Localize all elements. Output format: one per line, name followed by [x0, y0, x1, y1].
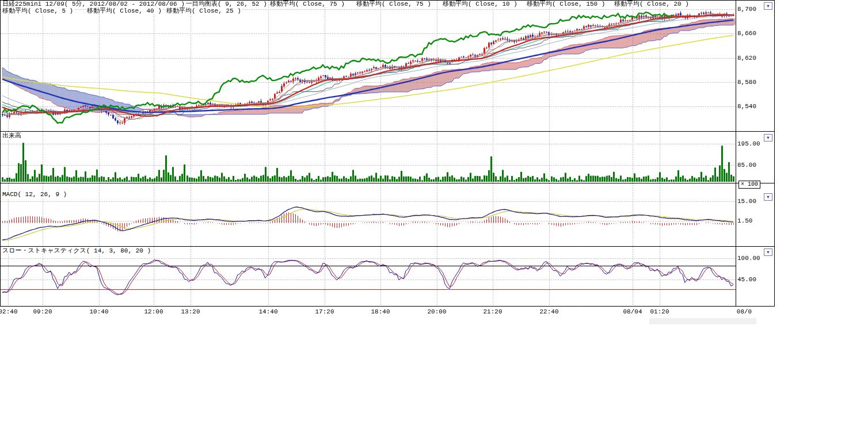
- stoch-axis-label: 45.00: [737, 276, 756, 283]
- stoch-panel-dropdown-button[interactable]: ▼: [764, 248, 772, 256]
- legend-item: 移動平均( Close, 20 ): [614, 1, 690, 7]
- stoch-axis-label: 100.00: [737, 255, 760, 262]
- legend-item: 移動平均( Close, 75 ): [356, 1, 432, 7]
- macd-axis-label: 1.50: [737, 217, 752, 224]
- macd-panel-dropdown-button[interactable]: ▼: [764, 193, 772, 201]
- price-axis-label: 8,660: [737, 30, 756, 37]
- time-tick-label: 14:40: [256, 308, 281, 315]
- price-axis-label: 8,540: [737, 103, 756, 110]
- time-tick-label: 20:00: [424, 308, 450, 315]
- time-tick-label: 22:40: [536, 308, 562, 315]
- time-tick-label: 18:40: [368, 308, 393, 315]
- legend-item: 日経225mini 12/09( 5分, 2012/08/02 - 2012/0…: [2, 1, 185, 7]
- time-tick-label: 01:20: [647, 308, 672, 315]
- legend-item: 移動平均( Close, 25 ): [166, 7, 242, 14]
- volume-panel-dropdown-button[interactable]: ▼: [764, 134, 772, 141]
- time-tick-label: 17:20: [312, 308, 337, 315]
- chart-window: 出来高 MACD( 12, 26, 9 ) スロー・ストキャスティクス( 14,…: [0, 0, 868, 421]
- legend-item: 移動平均( Close, 75 ): [269, 1, 345, 7]
- time-tick-label: 10:40: [86, 308, 112, 315]
- price-axis-label: 8,580: [737, 79, 756, 86]
- time-tick-label: 02:40: [0, 308, 21, 315]
- price-panel-dropdown-button[interactable]: ▼: [764, 2, 772, 10]
- legend-item: 移動平均( Close, 40 ): [86, 7, 162, 14]
- price-axis-label: 8,620: [737, 55, 756, 62]
- macd-axis-label: 15.00: [737, 198, 756, 205]
- horizontal-scrollbar[interactable]: [649, 318, 756, 324]
- volume-axis-label: 195.00: [737, 140, 760, 147]
- volume-multiplier-badge: × 100: [738, 181, 760, 189]
- volume-panel-title: 出来高: [2, 132, 22, 139]
- legend-item: 一目均衡表( 9, 26, 52 ): [185, 1, 268, 7]
- time-tick-label: 21:20: [480, 308, 505, 315]
- stoch-panel-title: スロー・ストキャスティクス( 14, 3, 80, 20 ): [2, 247, 151, 254]
- time-tick-label: 08/04: [620, 308, 645, 315]
- time-tick-label: 13:20: [178, 308, 203, 315]
- macd-panel-title: MACD( 12, 26, 9 ): [2, 191, 67, 198]
- volume-axis-label: 85.00: [737, 162, 756, 169]
- legend-item: 移動平均( Close, 150 ): [526, 1, 606, 7]
- price-axis-label: 8,700: [737, 6, 756, 13]
- time-tick-label: 12:00: [141, 308, 166, 315]
- time-tick-label: 09:20: [30, 308, 55, 315]
- time-tick-label: 08/0: [732, 308, 757, 315]
- legend-item: 移動平均( Close, 10 ): [442, 1, 518, 7]
- price-chart-canvas[interactable]: [0, 0, 868, 421]
- legend-item: 移動平均( Close, 5 ): [2, 7, 74, 14]
